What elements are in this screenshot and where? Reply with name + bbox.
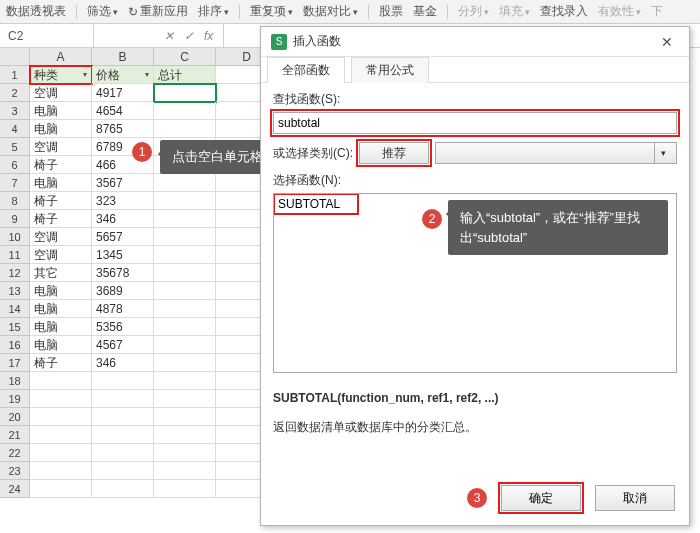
cell[interactable]: 346 [92, 210, 154, 228]
cell[interactable]: 空调 [30, 138, 92, 156]
cell[interactable]: 4878 [92, 300, 154, 318]
compare-button[interactable]: 数据对比▾ [303, 3, 358, 20]
cell[interactable] [92, 480, 154, 498]
row-header[interactable]: 3 [0, 102, 30, 120]
cell[interactable] [154, 354, 216, 372]
chevron-down-icon[interactable]: ▾ [654, 143, 672, 163]
fx-icon[interactable]: fx [204, 29, 213, 43]
cell[interactable]: 电脑 [30, 120, 92, 138]
cell[interactable]: 4917 [92, 84, 154, 102]
cell[interactable]: 323 [92, 192, 154, 210]
cell[interactable]: 4567 [92, 336, 154, 354]
fund-button[interactable]: 基金 [413, 3, 437, 20]
list-item[interactable]: SUBTOTAL [276, 196, 356, 212]
row-header[interactable]: 18 [0, 372, 30, 390]
split-button[interactable]: 分列▾ [458, 3, 489, 20]
cell[interactable]: 其它 [30, 264, 92, 282]
cell[interactable] [154, 228, 216, 246]
cell[interactable] [154, 210, 216, 228]
cell[interactable]: 椅子 [30, 156, 92, 174]
row-header[interactable]: 7 [0, 174, 30, 192]
cell[interactable] [154, 282, 216, 300]
cell[interactable]: 5657 [92, 228, 154, 246]
cell[interactable] [30, 480, 92, 498]
filter-drop-icon[interactable]: ▾ [145, 66, 149, 84]
ok-button[interactable]: 确定 [501, 485, 581, 511]
accept-icon[interactable]: ✓ [184, 29, 194, 43]
cell[interactable]: 电脑 [30, 300, 92, 318]
cell[interactable] [154, 120, 216, 138]
row-header[interactable]: 17 [0, 354, 30, 372]
row-header[interactable]: 22 [0, 444, 30, 462]
sort-button[interactable]: 排序▾ [198, 3, 229, 20]
cell[interactable] [92, 390, 154, 408]
cell[interactable] [154, 480, 216, 498]
row-header[interactable]: 13 [0, 282, 30, 300]
cell[interactable] [154, 84, 216, 102]
row-header[interactable]: 12 [0, 264, 30, 282]
row-header[interactable]: 14 [0, 300, 30, 318]
row-header[interactable]: 15 [0, 318, 30, 336]
cell[interactable]: 电脑 [30, 318, 92, 336]
row-header[interactable]: 20 [0, 408, 30, 426]
cell[interactable] [154, 318, 216, 336]
validation-button[interactable]: 有效性▾ [598, 3, 641, 20]
row-header[interactable]: 23 [0, 462, 30, 480]
reapply-button[interactable]: ↻重新应用 [128, 3, 188, 20]
row-header[interactable]: 16 [0, 336, 30, 354]
cancel-icon[interactable]: ✕ [164, 29, 174, 43]
cell[interactable] [154, 390, 216, 408]
category-combo[interactable]: ▾ [435, 142, 677, 164]
cell[interactable]: 电脑 [30, 174, 92, 192]
col-header-B[interactable]: B [92, 48, 154, 66]
cell[interactable]: 346 [92, 354, 154, 372]
cell[interactable] [92, 462, 154, 480]
cell[interactable]: 种类▾ [30, 66, 92, 84]
cell[interactable]: 椅子 [30, 210, 92, 228]
row-header[interactable]: 8 [0, 192, 30, 210]
cell[interactable] [154, 192, 216, 210]
cell[interactable] [30, 462, 92, 480]
cell[interactable]: 1345 [92, 246, 154, 264]
cell[interactable]: 价格▾ [92, 66, 154, 84]
cell[interactable] [30, 408, 92, 426]
col-header-A[interactable]: A [30, 48, 92, 66]
cell[interactable]: 35678 [92, 264, 154, 282]
cell[interactable]: 电脑 [30, 336, 92, 354]
stock-button[interactable]: 股票 [379, 3, 403, 20]
dropdown-button[interactable]: 下 [651, 3, 663, 20]
cell[interactable]: 8765 [92, 120, 154, 138]
tab-all-functions[interactable]: 全部函数 [267, 57, 345, 83]
cancel-button[interactable]: 取消 [595, 485, 675, 511]
cell[interactable] [92, 426, 154, 444]
cell[interactable] [92, 372, 154, 390]
row-header[interactable]: 11 [0, 246, 30, 264]
cell[interactable]: 空调 [30, 84, 92, 102]
fill-button[interactable]: 填充▾ [499, 3, 530, 20]
cell[interactable]: 椅子 [30, 354, 92, 372]
cell[interactable] [30, 390, 92, 408]
row-header[interactable]: 19 [0, 390, 30, 408]
cell[interactable] [154, 372, 216, 390]
row-header[interactable]: 1 [0, 66, 30, 84]
select-all-corner[interactable] [0, 48, 30, 66]
cell[interactable]: 空调 [30, 228, 92, 246]
col-header-C[interactable]: C [154, 48, 216, 66]
filter-drop-icon[interactable]: ▾ [83, 66, 87, 84]
name-box[interactable]: C2 [0, 25, 94, 47]
cell[interactable] [154, 462, 216, 480]
row-header[interactable]: 2 [0, 84, 30, 102]
cell[interactable] [30, 426, 92, 444]
cell[interactable]: 5356 [92, 318, 154, 336]
cell[interactable] [92, 444, 154, 462]
cell[interactable] [154, 246, 216, 264]
row-header[interactable]: 10 [0, 228, 30, 246]
row-header[interactable]: 9 [0, 210, 30, 228]
cell[interactable] [154, 336, 216, 354]
cell[interactable] [154, 444, 216, 462]
row-header[interactable]: 21 [0, 426, 30, 444]
row-header[interactable]: 6 [0, 156, 30, 174]
cell[interactable]: 椅子 [30, 192, 92, 210]
find-input-button[interactable]: 查找录入 [540, 3, 588, 20]
cell[interactable] [154, 426, 216, 444]
